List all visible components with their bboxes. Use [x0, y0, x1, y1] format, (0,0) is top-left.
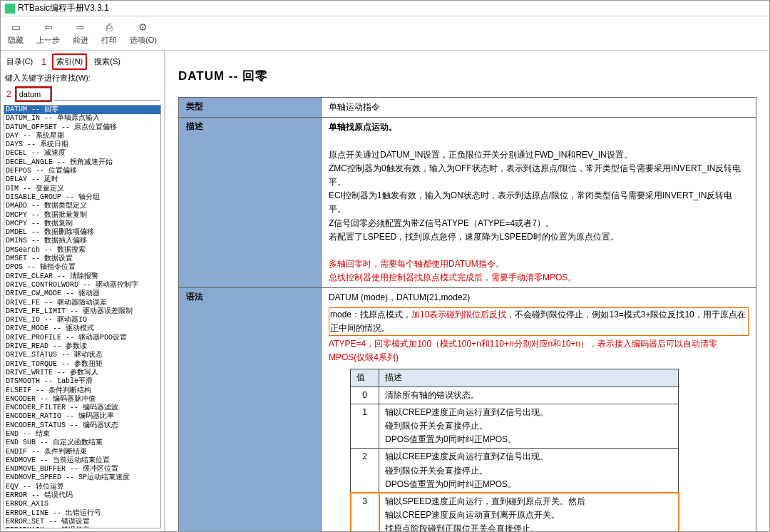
- annotation-2: 2: [6, 89, 11, 99]
- list-item[interactable]: DEFPOS -- 位置偏移: [4, 167, 160, 175]
- desc-line: Z信号回零必须配置为带Z信号ATYPE（ATYPE=4或者7）。: [329, 217, 749, 230]
- page-title: DATUM -- 回零: [178, 68, 756, 84]
- list-item[interactable]: DTSMOOTH -- table平滑: [4, 377, 160, 386]
- table-row: 0清除所有轴的错误状态。: [351, 387, 679, 404]
- list-item[interactable]: DRIVE_PROFILE -- 驱动器PDO设置: [4, 334, 160, 342]
- annotation-1: 1: [41, 57, 46, 67]
- list-item[interactable]: DISABLE_GROUP -- 轴分组: [4, 193, 160, 202]
- list-item[interactable]: DMADD -- 数据类型定义: [4, 202, 160, 210]
- print-icon: ⎙: [103, 21, 115, 34]
- table-row: 2轴以CREEP速度反向运行直到Z信号出现。碰到限位开关会直接停止。DPOS值重…: [351, 449, 679, 493]
- sidebar: 目录(C) 1 索引(N) 搜索(S) 键入关键字进行查找(W): 2 DATU…: [1, 51, 165, 531]
- toolbar: ▭隐藏 ⇦上一步 ⇨前进 ⎙打印 ⚙选项(O): [1, 16, 769, 51]
- list-item[interactable]: DRIVE_TORQUE -- 参数扭矩: [4, 360, 160, 369]
- list-item[interactable]: DIM -- 变量定义: [4, 185, 160, 193]
- list-item[interactable]: ELSEIF -- 条件判断结构: [4, 387, 160, 395]
- list-item[interactable]: END SUB -- 自定义函数结束: [4, 439, 160, 447]
- list-item[interactable]: ENDMOVE -- 当前运动结束位置: [4, 456, 160, 465]
- list-item[interactable]: ENCODER_RATIO -- 编码器比率: [4, 412, 160, 421]
- mode-box: mode：找原点模式，加10表示碰到限位后反找，不会碰到限位停止，例如13=模式…: [329, 307, 749, 336]
- syntax-line: DATUM (mode)，DATUM(21,mode2): [329, 291, 749, 305]
- list-item[interactable]: ENDMOVE_BUFFER -- 缓冲区位置: [4, 465, 160, 474]
- list-item[interactable]: DPOS -- 轴指令位置: [4, 263, 160, 272]
- list-item[interactable]: DRIVE_CW_MODE -- 驱动器: [4, 290, 160, 298]
- tab-contents[interactable]: 目录(C): [4, 55, 36, 68]
- mode-table: 值描述 0清除所有轴的错误状态。1轴以CREEP速度正向运行直到Z信号出现。碰到…: [350, 369, 679, 531]
- desc-warning: 多轴回零时，需要每个轴都使用DATUM指令。: [329, 257, 749, 271]
- list-item[interactable]: ENCODER_STATUS -- 编码器状态: [4, 421, 160, 430]
- options-icon: ⚙: [137, 21, 150, 34]
- list-item[interactable]: DRIVE_FE_LIMIT -- 驱动器误差限制: [4, 307, 160, 316]
- hide-button[interactable]: ▭隐藏: [8, 21, 24, 46]
- sidebar-tabs: 目录(C) 1 索引(N) 搜索(S): [1, 51, 164, 71]
- list-item[interactable]: DATUM -- 回零: [4, 106, 160, 114]
- forward-button[interactable]: ⇨前进: [73, 21, 88, 46]
- list-item[interactable]: DMDEL -- 数据删除项偏移: [4, 228, 160, 237]
- syntax-value: DATUM (mode)，DATUM(21,mode2) mode：找原点模式，…: [322, 288, 756, 531]
- list-item[interactable]: DRIVE_CLEAR -- 清除报警: [4, 272, 160, 281]
- list-item[interactable]: EQV -- 转位运算: [4, 483, 160, 491]
- table-row: 3轴以SPEED速度正向运行，直到碰到原点开关。然后轴以CREEP速度反向运动直…: [351, 493, 679, 531]
- list-item[interactable]: DRIVE_STATUS -- 驱动状态: [4, 351, 160, 359]
- type-value: 单轴运动指令: [322, 98, 756, 118]
- back-icon: ⇦: [42, 21, 55, 34]
- list-item[interactable]: DMCPY -- 数据复制: [4, 220, 160, 228]
- table-row: 1轴以CREEP速度正向运行直到Z信号出现。碰到限位开关会直接停止。DPOS值重…: [351, 404, 679, 449]
- type-label: 类型: [179, 98, 322, 118]
- list-item[interactable]: DATUM_IN -- 单轴原点输入: [4, 114, 160, 123]
- list-item[interactable]: DRIVE_CONTROLWORD -- 驱动器控制字: [4, 281, 160, 290]
- list-item[interactable]: DAYS -- 系统日期: [4, 140, 160, 149]
- list-item[interactable]: ERROR_SET -- 错误设置: [4, 518, 160, 526]
- desc-line: ECI控制器为1触发有效，输入为ON状态时，表示到达原点/限位，常闭类型信号需要…: [329, 189, 749, 216]
- desc-value: 单轴找原点运动。 原点开关通过DATUM_IN设置，正负限位开关分别通过FWD_…: [322, 118, 756, 288]
- list-item[interactable]: DMINS -- 数据插入偏移: [4, 237, 160, 245]
- titlebar: RTBasic编程手册V3.3.1: [1, 1, 769, 16]
- list-item[interactable]: DRIVE_MODE -- 驱动模式: [4, 324, 160, 333]
- app-icon: [5, 4, 15, 14]
- index-list[interactable]: DATUM -- 回零DATUM_IN -- 单轴原点输入DATUM_OFFSE…: [4, 105, 161, 528]
- list-item[interactable]: DRIVE_FE -- 驱动器随动误差: [4, 299, 160, 307]
- list-item[interactable]: DMSET -- 数据设置: [4, 255, 160, 263]
- list-item[interactable]: DRIVE_WRITE -- 参数写入: [4, 369, 160, 377]
- search-label: 键入关键字进行查找(W):: [1, 71, 164, 85]
- list-item[interactable]: ENCODER -- 编码器脉冲值: [4, 395, 160, 404]
- list-item[interactable]: ERRORMASK -- 错误信息: [4, 526, 160, 528]
- content-pane: DATUM -- 回零 类型 单轴运动指令 描述 单轴找原点运动。 原点开关: [165, 51, 769, 531]
- list-item[interactable]: DAY -- 系统星期: [4, 132, 160, 140]
- list-item[interactable]: ENDMOVE_SPEED -- SP运动结束速度: [4, 474, 160, 482]
- desc-line: 若配置了LSPEED，找到原点急停，速度降为LSPEED时的位置为原点位置。: [329, 230, 749, 244]
- list-item[interactable]: DECEL_ANGLE -- 拐角减速开始: [4, 158, 160, 167]
- desc-line: 原点开关通过DATUM_IN设置，正负限位开关分别通过FWD_IN和REV_IN…: [329, 148, 749, 162]
- tab-search[interactable]: 搜索(S): [91, 55, 123, 68]
- desc-label: 描述: [179, 118, 322, 288]
- options-button[interactable]: ⚙选项(O): [130, 21, 157, 46]
- desc-bold: 单轴找原点运动。: [329, 122, 397, 132]
- atype-note: ATYPE=4，回零模式加100（模式100+n和110+n分别对应n和10+n…: [329, 337, 749, 364]
- desc-line: ZMC控制器为0触发有效，输入为OFF状态时，表示到达原点/限位，常开类型信号需…: [329, 162, 749, 189]
- list-item[interactable]: ERROR_LINE -- 出错运行号: [4, 509, 160, 518]
- list-item[interactable]: DRIVE_READ -- 参数读: [4, 342, 160, 351]
- list-item[interactable]: ENDIF -- 条件判断结束: [4, 448, 160, 456]
- back-button[interactable]: ⇦上一步: [36, 21, 60, 46]
- info-table: 类型 单轴运动指令 描述 单轴找原点运动。 原点开关通过DATUM_IN设置，正…: [178, 97, 756, 531]
- list-item[interactable]: ENCODER_FILTER -- 编码器滤波: [4, 404, 160, 412]
- list-item[interactable]: ERROR -- 错误代码: [4, 491, 160, 500]
- forward-icon: ⇨: [74, 21, 87, 34]
- list-item[interactable]: ERROR_AXIS: [4, 500, 160, 508]
- print-button[interactable]: ⎙打印: [101, 21, 117, 46]
- list-item[interactable]: DMCPY -- 数据批量复制: [4, 211, 160, 220]
- desc-warning: 总线控制器使用控制器找原点模式完成后，需要手动清零MPOS。: [329, 271, 749, 285]
- window-title: RTBasic编程手册V3.3.1: [18, 2, 109, 14]
- list-item[interactable]: DECEL -- 减速度: [4, 149, 160, 158]
- list-item[interactable]: DMSearch -- 数据搜索: [4, 246, 160, 255]
- hide-icon: ▭: [9, 21, 22, 34]
- list-item[interactable]: DATUM_OFFSET -- 原点位置偏移: [4, 123, 160, 132]
- search-input[interactable]: [16, 88, 51, 101]
- list-item[interactable]: DRIVE_IO -- 驱动器IO: [4, 316, 160, 324]
- list-item[interactable]: DELAY -- 延时: [4, 175, 160, 184]
- list-item[interactable]: END -- 结束: [4, 430, 160, 439]
- tab-index[interactable]: 索引(N): [52, 53, 87, 70]
- syntax-label: 语法: [179, 288, 322, 531]
